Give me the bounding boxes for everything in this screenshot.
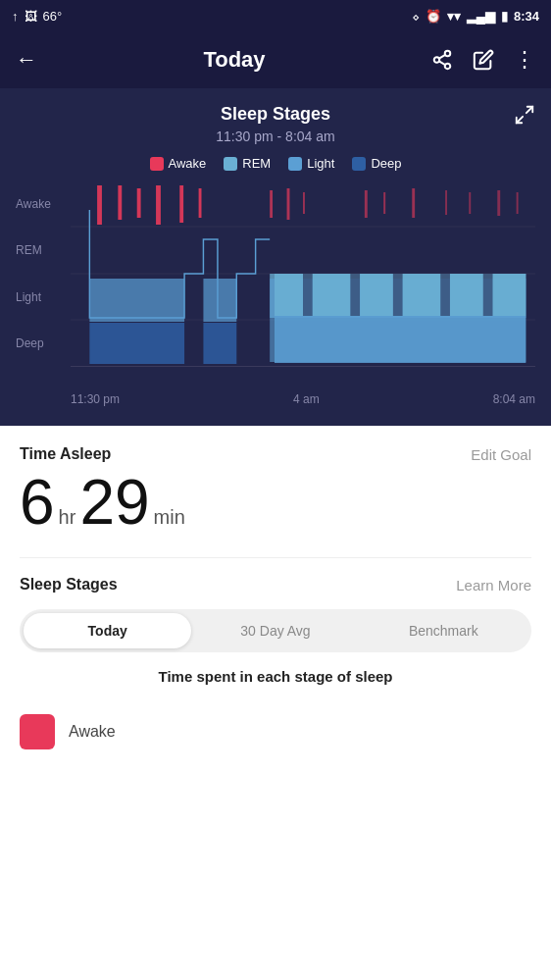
svg-rect-36 (403, 274, 441, 316)
svg-line-3 (439, 61, 445, 65)
time-asleep-label: Time Asleep (20, 445, 111, 463)
svg-rect-15 (179, 185, 183, 223)
rem-color (224, 157, 237, 171)
x-label-mid: 4 am (293, 392, 320, 406)
chart-svg (71, 181, 535, 367)
awake-stage-label: Awake (69, 723, 116, 741)
battery-icon: ▮ (501, 9, 508, 24)
legend-rem: REM (224, 156, 271, 171)
back-button[interactable]: ← (16, 47, 37, 73)
svg-rect-20 (365, 190, 368, 218)
page-title: Today (203, 47, 265, 73)
minutes-value: 29 (79, 471, 149, 534)
temperature: 66° (43, 9, 63, 24)
svg-rect-37 (450, 274, 483, 316)
svg-rect-26 (517, 192, 519, 214)
svg-rect-33 (275, 274, 303, 316)
svg-rect-39 (275, 316, 526, 363)
svg-rect-28 (89, 279, 184, 322)
expand-button[interactable] (514, 104, 535, 126)
legend-awake: Awake (150, 156, 207, 171)
x-label-start: 11:30 pm (71, 392, 120, 406)
arrow-up-icon: ↑ (12, 9, 19, 24)
status-bar: ↑ 🖼 66° ⬦ ⏰ ▾▾ ▂▄▆ ▮ 8:34 (0, 0, 551, 31)
legend-deep: Deep (352, 156, 401, 171)
svg-rect-17 (270, 190, 273, 218)
share-button[interactable] (431, 49, 453, 71)
svg-rect-44 (483, 274, 493, 316)
learn-more-button[interactable]: Learn More (456, 577, 531, 593)
chart-subtitle: 11:30 pm - 8:04 am (16, 129, 535, 144)
svg-rect-22 (412, 188, 415, 218)
y-axis-labels: Awake REM Light Deep (16, 181, 67, 367)
svg-rect-19 (303, 192, 305, 214)
x-axis-labels: 11:30 pm 4 am 8:04 am (71, 387, 535, 406)
hours-value: 6 (20, 471, 55, 534)
svg-rect-13 (137, 188, 141, 218)
tab-benchmark[interactable]: Benchmark (360, 613, 527, 648)
svg-rect-11 (97, 185, 102, 225)
sleep-chart: Awake REM Light Deep (16, 181, 535, 406)
stages-chart-title: Time spent in each stage of sleep (20, 668, 531, 685)
rem-label: REM (242, 156, 271, 171)
light-color (288, 157, 302, 171)
deep-color (352, 157, 366, 171)
wifi-icon: ▾▾ (447, 9, 461, 24)
x-label-end: 8:04 am (493, 392, 535, 406)
svg-line-5 (526, 107, 532, 113)
svg-rect-18 (287, 188, 290, 220)
time-asleep-header: Time Asleep Edit Goal (20, 445, 531, 463)
chart-section: Sleep Stages 11:30 pm - 8:04 am Awake RE… (0, 88, 551, 426)
sleep-stages-label: Sleep Stages (20, 576, 118, 593)
deep-label: Deep (371, 156, 401, 171)
sleep-stages-header: Sleep Stages Learn More (20, 576, 531, 593)
y-label-rem: REM (16, 243, 67, 257)
sleep-stages-tabs: Today 30 Day Avg Benchmark (20, 609, 531, 652)
edit-button[interactable] (473, 49, 494, 71)
svg-rect-40 (303, 274, 313, 316)
svg-rect-23 (445, 190, 447, 215)
chart-drawing-area (71, 181, 535, 367)
svg-rect-25 (497, 190, 500, 216)
edit-goal-button[interactable]: Edit Goal (471, 446, 531, 463)
svg-rect-27 (89, 323, 184, 364)
svg-rect-21 (383, 192, 385, 214)
svg-rect-14 (156, 185, 161, 225)
minutes-unit: min (154, 506, 185, 529)
signal-icon: ▂▄▆ (467, 9, 495, 24)
svg-rect-30 (203, 279, 236, 322)
more-button[interactable]: ⋮ (514, 47, 535, 73)
legend-light: Light (288, 156, 334, 171)
sleep-stages-section: Sleep Stages Learn More Today 30 Day Avg… (20, 557, 531, 761)
alarm-icon: ⏰ (426, 9, 441, 24)
time: 8:34 (514, 9, 539, 24)
svg-rect-12 (118, 185, 122, 220)
svg-rect-34 (313, 274, 351, 316)
tab-30day[interactable]: 30 Day Avg (191, 613, 359, 648)
awake-color (150, 157, 164, 171)
image-icon: 🖼 (25, 9, 37, 24)
svg-rect-16 (199, 188, 202, 218)
svg-line-4 (439, 55, 445, 59)
hours-unit: hr (59, 506, 76, 529)
status-left: ↑ 🖼 66° (12, 9, 62, 24)
awake-stage-color (20, 714, 55, 749)
light-label: Light (307, 156, 334, 171)
svg-rect-42 (393, 274, 403, 316)
status-right: ⬦ ⏰ ▾▾ ▂▄▆ ▮ 8:34 (412, 9, 539, 24)
chart-title: Sleep Stages (16, 104, 535, 125)
svg-line-6 (517, 117, 523, 123)
y-label-light: Light (16, 290, 67, 304)
bluetooth-icon: ⬦ (412, 9, 420, 24)
chart-legend: Awake REM Light Deep (16, 156, 535, 171)
stage-row-awake: Awake (20, 702, 531, 761)
y-label-awake: Awake (16, 197, 67, 211)
svg-rect-38 (492, 274, 526, 316)
nav-icons: ⋮ (431, 47, 535, 73)
svg-rect-24 (469, 192, 471, 214)
svg-rect-41 (350, 274, 360, 316)
awake-label: Awake (169, 156, 207, 171)
svg-rect-29 (203, 323, 236, 364)
top-nav: ← Today ⋮ (0, 31, 551, 88)
tab-today[interactable]: Today (24, 613, 191, 648)
